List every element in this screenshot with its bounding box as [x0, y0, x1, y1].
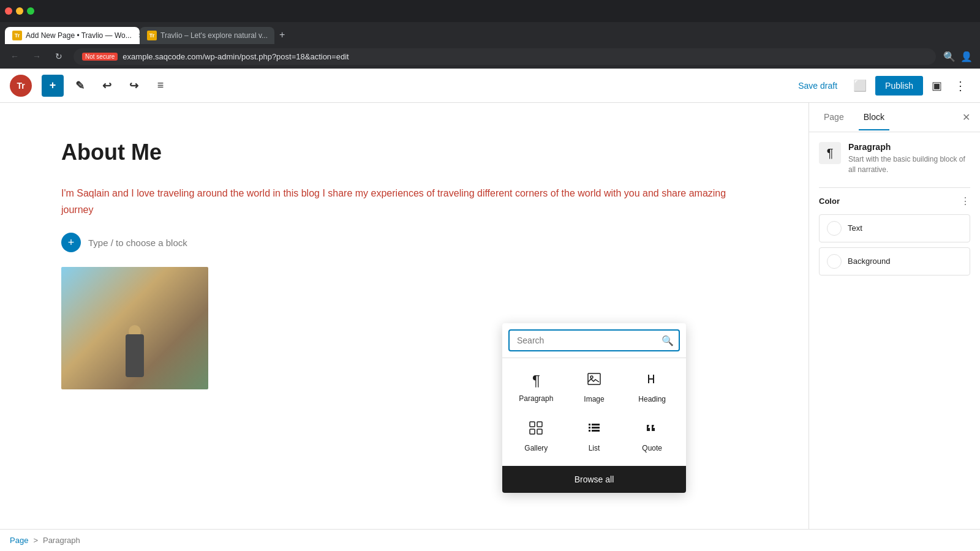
- svg-rect-2: [530, 422, 535, 427]
- forward-button[interactable]: →: [29, 51, 44, 61]
- publish-button[interactable]: Publish: [875, 76, 923, 96]
- paragraph-label: Paragraph: [519, 394, 553, 403]
- browser-window-controls: [0, 0, 980, 22]
- block-inserter-popup: 🔍 ¶ Paragraph: [502, 323, 686, 493]
- tab-bar: Tr Add New Page • Travlio — Wo... ✕ Tr T…: [0, 22, 980, 44]
- block-item-gallery[interactable]: Gallery: [507, 412, 565, 461]
- new-tab-button[interactable]: +: [274, 26, 290, 44]
- tab-2[interactable]: Tr Travlio – Let's explore natural v... …: [140, 27, 274, 44]
- preview-button[interactable]: ⬜: [850, 75, 870, 96]
- breadcrumb-current: Paragraph: [43, 536, 80, 545]
- color-section: Color ⋮ Text Background: [819, 187, 970, 288]
- address-input[interactable]: Not secure example.saqcode.com/wp-admin/…: [74, 48, 936, 65]
- gallery-icon: [529, 421, 543, 439]
- zoom-icon: 🔍: [943, 51, 956, 62]
- wp-logo: Tr: [10, 75, 32, 97]
- image-label: Image: [584, 395, 604, 403]
- sidebar-content: ¶ Paragraph Start with the basic buildin…: [809, 132, 980, 529]
- list-label: List: [589, 444, 600, 452]
- block-item-heading[interactable]: Heading: [623, 363, 681, 412]
- wp-toolbar: Tr + ✎ ↩ ↪ ≡ Save draft ⬜ Publish ▣ ⋮: [0, 69, 980, 103]
- quote-label: Quote: [642, 444, 662, 452]
- block-description: Start with the basic building block of a…: [848, 154, 970, 175]
- svg-rect-4: [530, 429, 535, 434]
- block-info: ¶ Paragraph Start with the basic buildin…: [819, 142, 970, 175]
- paragraph-icon: ¶: [532, 372, 540, 389]
- quote-icon: [645, 421, 660, 439]
- security-badge: Not secure: [82, 53, 118, 61]
- undo-button[interactable]: ↩: [96, 75, 118, 97]
- editor-sidebar: Page Block ✕ ¶ Paragraph Start with the …: [809, 103, 980, 529]
- wp-editor: Tr + ✎ ↩ ↪ ≡ Save draft ⬜ Publish ▣ ⋮ Ab…: [0, 69, 980, 551]
- tab-close-2[interactable]: ✕: [274, 32, 274, 40]
- gallery-label: Gallery: [524, 444, 548, 452]
- address-text: example.saqcode.com/wp-admin/post.php?po…: [123, 52, 349, 61]
- list-view-button[interactable]: ≡: [149, 75, 172, 97]
- browse-all-button[interactable]: Browse all: [502, 466, 686, 493]
- page-body-text[interactable]: I'm Saqlain and I love traveling around …: [61, 185, 747, 218]
- breadcrumb-page[interactable]: Page: [10, 536, 28, 545]
- editor-main: About Me I'm Saqlain and I love travelin…: [0, 103, 809, 529]
- tab-label-2: Travlio – Let's explore natural v...: [160, 31, 268, 40]
- tools-button[interactable]: ✎: [69, 75, 91, 97]
- block-search-input[interactable]: [508, 329, 680, 351]
- block-search-area: 🔍: [502, 323, 686, 358]
- add-block-area: + Type / to choose a block: [61, 233, 747, 252]
- tab-close-1[interactable]: ✕: [138, 32, 140, 40]
- image-icon: [587, 372, 601, 390]
- block-item-list[interactable]: List: [565, 412, 624, 461]
- add-block-placeholder: Type / to choose a block: [88, 238, 187, 248]
- settings-button[interactable]: ▣: [928, 75, 946, 96]
- color-background-row[interactable]: Background: [819, 247, 970, 276]
- svg-rect-5: [537, 429, 542, 434]
- svg-rect-3: [537, 422, 542, 427]
- window-close-btn[interactable]: [5, 7, 12, 15]
- inline-add-block-button[interactable]: +: [61, 233, 81, 252]
- block-item-image[interactable]: Image: [565, 363, 624, 412]
- redo-button[interactable]: ↪: [123, 75, 145, 97]
- background-color-swatch: [827, 254, 842, 269]
- block-icon-large: ¶: [819, 142, 841, 164]
- window-maximize-btn[interactable]: [27, 7, 34, 15]
- svg-rect-8: [589, 427, 590, 429]
- sidebar-tabs: Page Block ✕: [809, 103, 980, 132]
- tab-favicon-1: Tr: [12, 31, 22, 40]
- tab-page[interactable]: Page: [819, 105, 849, 130]
- svg-rect-0: [588, 373, 600, 384]
- svg-rect-11: [592, 430, 600, 432]
- page-title[interactable]: About Me: [61, 140, 747, 165]
- svg-rect-10: [589, 430, 590, 432]
- breadcrumb-separator: >: [33, 536, 38, 545]
- tab-favicon-2: Tr: [147, 31, 157, 40]
- svg-point-1: [590, 376, 593, 378]
- page-image: [61, 267, 208, 389]
- color-section-title: Color: [819, 197, 840, 206]
- block-name: Paragraph: [848, 142, 970, 152]
- tab-label-1: Add New Page • Travlio — Wo...: [26, 31, 132, 40]
- status-bar: Page > Paragraph: [0, 529, 980, 551]
- block-grid: ¶ Paragraph Image: [502, 358, 686, 466]
- heading-icon: [645, 372, 660, 390]
- more-options-button[interactable]: ⋮: [951, 75, 970, 97]
- block-item-paragraph[interactable]: ¶ Paragraph: [507, 363, 565, 412]
- search-icon: 🔍: [662, 335, 674, 347]
- svg-rect-9: [592, 427, 600, 429]
- tab-block[interactable]: Block: [859, 105, 889, 130]
- save-draft-button[interactable]: Save draft: [791, 77, 845, 94]
- text-color-label: Text: [848, 223, 862, 233]
- sidebar-close-button[interactable]: ✕: [962, 111, 970, 123]
- color-text-row[interactable]: Text: [819, 214, 970, 242]
- window-minimize-btn[interactable]: [16, 7, 23, 15]
- add-block-button[interactable]: +: [42, 75, 64, 97]
- heading-label: Heading: [638, 395, 666, 403]
- svg-rect-7: [592, 424, 600, 425]
- color-section-more[interactable]: ⋮: [960, 195, 970, 207]
- tab-active[interactable]: Tr Add New Page • Travlio — Wo... ✕: [5, 27, 140, 44]
- text-color-swatch: [827, 221, 842, 236]
- editor-body: About Me I'm Saqlain and I love travelin…: [0, 103, 980, 529]
- list-icon: [587, 421, 601, 439]
- block-item-quote[interactable]: Quote: [623, 412, 681, 461]
- background-color-label: Background: [848, 257, 890, 266]
- back-button[interactable]: ←: [7, 51, 22, 61]
- refresh-button[interactable]: ↻: [51, 51, 66, 61]
